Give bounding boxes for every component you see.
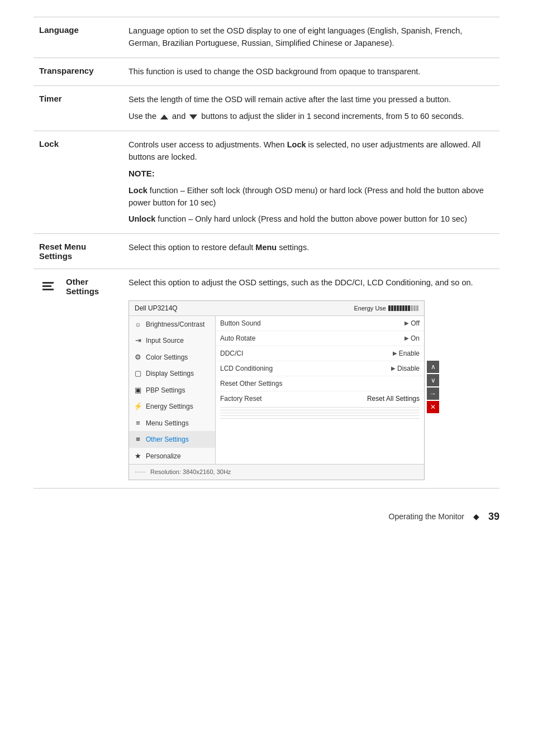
button-sound-value: ▶ Off — [404, 318, 420, 328]
energy-block-11 — [416, 305, 418, 311]
sidebar-label-display: Display Settings — [146, 369, 194, 379]
settings-table: Language Language option to set the OSD … — [34, 17, 499, 489]
osd-row-button-sound: Button Sound ▶ Off — [216, 316, 424, 331]
sidebar-label-brightness: Brightness/Contrast — [146, 319, 204, 329]
sidebar-label-energy: Energy Settings — [146, 401, 193, 412]
divider-5 — [220, 418, 420, 419]
energy-block-2 — [391, 305, 393, 311]
sidebar-item-personalize[interactable]: ★ Personalize — [129, 448, 215, 465]
other-icon: ≡ — [134, 434, 142, 445]
osd-sidebar: ☼ Brightness/Contrast ⇥ Input Source ⚙ C… — [129, 316, 216, 465]
auto-rotate-label: Auto Rotate — [220, 333, 404, 343]
desc-transparency: This function is used to change the OSD … — [123, 58, 499, 86]
desc-reset-menu: Select this option to restore default Me… — [123, 234, 499, 269]
nav-close-button[interactable]: ✕ — [427, 401, 439, 413]
sidebar-label-input: Input Source — [146, 336, 184, 346]
label-language: Language — [34, 17, 123, 58]
color-icon: ⚙ — [134, 352, 142, 363]
osd-title: Dell UP3214Q — [135, 303, 178, 313]
brightness-icon: ☼ — [134, 319, 142, 330]
sidebar-item-input[interactable]: ⇥ Input Source — [129, 332, 215, 349]
display-icon: ▢ — [134, 368, 142, 379]
note-header: NOTE: — [129, 168, 494, 180]
sidebar-item-display[interactable]: ▢ Display Settings — [129, 365, 215, 382]
energy-block-8 — [408, 305, 410, 311]
auto-rotate-value: ▶ On — [404, 333, 420, 343]
sidebar-label-other: Other Settings — [146, 434, 189, 444]
nav-right-button[interactable]: → — [427, 387, 439, 400]
nav-up-button[interactable]: ∧ — [427, 361, 439, 373]
desc-timer: Sets the length of time the OSD will rem… — [123, 86, 499, 131]
nav-down-button[interactable]: ∨ — [427, 374, 439, 386]
sidebar-label-personalize: Personalize — [146, 451, 181, 461]
divider-4 — [220, 415, 420, 416]
divider-1 — [220, 407, 420, 408]
energy-block-5 — [399, 305, 402, 311]
button-sound-label: Button Sound — [220, 318, 404, 328]
energy-block-10 — [413, 305, 416, 311]
lcd-label: LCD Conditioning — [220, 363, 391, 374]
page-number: 39 — [488, 511, 499, 523]
sidebar-item-energy[interactable]: ⚡ Energy Settings — [129, 398, 215, 415]
ddc-value: ▶ Enable — [393, 348, 420, 358]
osd-footer: ⋯⋯ Resolution: 3840x2160, 30Hz — [129, 464, 424, 480]
diamond-icon: ◆ — [473, 512, 479, 521]
factory-reset-label: Factory Reset — [220, 394, 367, 404]
osd-row-factory-reset: Factory Reset Reset All Settings — [216, 391, 424, 406]
osd-body: ☼ Brightness/Contrast ⇥ Input Source ⚙ C… — [129, 316, 424, 465]
arrow-icon-3: ▶ — [393, 349, 397, 357]
arrow-icon-4: ▶ — [391, 364, 396, 372]
energy-bar: Energy Use — [354, 304, 418, 313]
nav-buttons: ∧ ∨ → ✕ — [427, 294, 439, 480]
arrow-icon: ▶ — [404, 319, 409, 327]
factory-reset-value: Reset All Settings — [367, 394, 420, 404]
up-triangle-icon — [160, 114, 168, 119]
energy-block-4 — [397, 305, 399, 311]
page-footer: Operating the Monitor ◆ 39 — [34, 511, 499, 523]
sidebar-item-brightness[interactable]: ☼ Brightness/Contrast — [129, 316, 215, 333]
lcd-value: ▶ Disable — [391, 363, 420, 374]
other-settings-icon — [39, 277, 57, 295]
energy-block-9 — [411, 305, 413, 311]
sidebar-label-menu: Menu Settings — [146, 418, 189, 428]
desc-other-settings: Select this option to adjust the OSD set… — [123, 269, 499, 489]
down-triangle-icon — [189, 114, 197, 119]
menu-icon: ≡ — [134, 418, 142, 429]
divider-2 — [220, 410, 420, 410]
sidebar-label-pbp: PBP Settings — [146, 385, 185, 395]
sidebar-label-color: Color Settings — [146, 352, 188, 362]
osd-resolution: Resolution: 3840x2160, 30Hz — [150, 467, 231, 477]
energy-icon: ⚡ — [134, 401, 142, 412]
sidebar-item-color[interactable]: ⚙ Color Settings — [129, 349, 215, 366]
sidebar-item-menu[interactable]: ≡ Menu Settings — [129, 415, 215, 432]
input-icon: ⇥ — [134, 335, 142, 346]
label-timer: Timer — [34, 86, 123, 131]
sidebar-item-pbp[interactable]: ▣ PBP Settings — [129, 382, 215, 399]
arrow-icon-2: ▶ — [404, 334, 409, 342]
osd-content: Button Sound ▶ Off Auto Rotate ▶ — [216, 316, 424, 465]
energy-block-7 — [405, 305, 407, 311]
footer-text: Operating the Monitor — [389, 512, 464, 521]
osd-row-auto-rotate: Auto Rotate ▶ On — [216, 331, 424, 346]
osd-header: Dell UP3214Q Energy Use — [129, 301, 424, 316]
osd-display: Dell UP3214Q Energy Use — [129, 300, 425, 480]
pbp-icon: ▣ — [134, 385, 142, 396]
energy-block-6 — [402, 305, 404, 311]
label-reset-menu: Reset Menu Settings — [34, 234, 123, 269]
desc-language: Language option to set the OSD display t… — [123, 17, 499, 58]
sidebar-item-other[interactable]: ≡ Other Settings — [129, 431, 215, 448]
reset-other-label: Reset Other Settings — [220, 379, 420, 389]
label-transparency: Transparency — [34, 58, 123, 86]
label-lock: Lock — [34, 131, 123, 233]
osd-screenshot: Dell UP3214Q Energy Use — [129, 294, 494, 480]
energy-block-3 — [394, 305, 396, 311]
osd-row-lcd: LCD Conditioning ▶ Disable — [216, 361, 424, 376]
star-icon: ★ — [134, 451, 142, 462]
osd-row-ddc: DDC/CI ▶ Enable — [216, 346, 424, 361]
divider-3 — [220, 413, 420, 413]
resolution-icon: ⋯⋯ — [135, 468, 146, 476]
osd-row-reset-other: Reset Other Settings — [216, 376, 424, 391]
ddc-label: DDC/CI — [220, 348, 393, 358]
energy-blocks — [388, 305, 418, 311]
desc-lock: Controls user access to adjustments. Whe… — [123, 131, 499, 233]
